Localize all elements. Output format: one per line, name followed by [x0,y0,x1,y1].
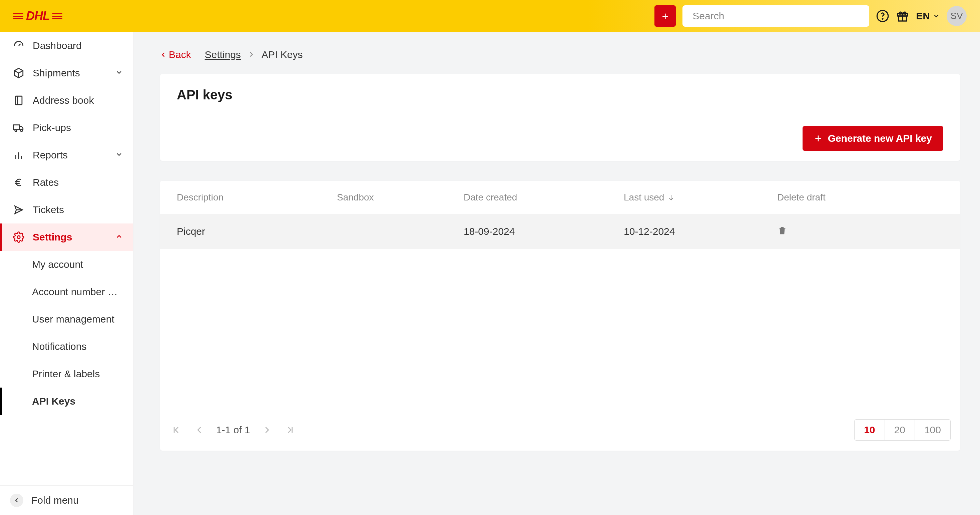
chevron-down-icon [115,149,123,161]
page-last-button[interactable] [283,425,297,435]
page-size-selector: 10 20 100 [854,419,951,440]
avatar[interactable]: SV [947,6,967,26]
cell-last-used: 10-12-2024 [624,226,777,237]
sidebar-item-reports[interactable]: Reports [0,141,133,169]
page-next-button[interactable] [260,425,274,435]
sidebar-item-label: API Keys [32,396,75,407]
chevron-left-icon [195,425,204,435]
cell-date-created: 18-09-2024 [464,226,624,237]
language-label: EN [916,10,930,22]
first-page-icon [172,425,181,435]
sidebar-item-settings[interactable]: Settings [0,224,133,251]
sidebar-item-label: Dashboard [33,40,123,51]
svg-point-15 [18,236,20,239]
pagination: 1-1 of 1 10 20 100 [160,409,960,451]
box-icon [13,67,25,79]
sidebar-item-shipments[interactable]: Shipments [0,59,133,87]
sidebar-item-label: Settings [33,232,107,243]
trash-icon [777,226,787,235]
sidebar-item-address-book[interactable]: Address book [0,87,133,114]
pagination-info: 1-1 of 1 [216,424,250,436]
sidebar-item-label: Address book [33,95,123,106]
avatar-initials: SV [950,11,963,21]
sidebar-subitem-user-management[interactable]: User management [0,305,133,333]
table-header: Description Sandbox Date created Last us… [160,181,960,214]
search-input[interactable] [682,5,869,27]
sidebar-item-rates[interactable]: Rates [0,169,133,196]
new-button[interactable]: + [654,5,676,27]
sidebar-subitem-my-account[interactable]: My account [0,251,133,278]
sidebar-subitem-printer-labels[interactable]: Printer & labels [0,360,133,388]
sidebar-item-pickups[interactable]: Pick-ups [0,114,133,141]
api-keys-card: API keys Generate new API key [160,74,960,161]
page-size-10[interactable]: 10 [854,419,885,440]
logo-lines-right-icon [52,13,62,19]
sidebar-item-label: Shipments [33,67,107,79]
sidebar-item-dashboard[interactable]: Dashboard [0,32,133,59]
fold-menu-label: Fold menu [31,495,79,506]
gift-icon[interactable] [896,10,909,23]
chevron-right-icon [248,49,255,60]
gauge-icon [13,40,25,51]
sidebar-subitem-api-keys[interactable]: API Keys [0,388,133,415]
logo-lines-left-icon [13,13,23,19]
page-size-100[interactable]: 100 [915,419,951,440]
main-content: Back Settings API Keys API keys Generate… [134,32,980,515]
breadcrumb-divider [198,49,198,61]
col-sandbox[interactable]: Sandbox [337,192,464,203]
sidebar-subitem-account-number[interactable]: Account number … [0,278,133,305]
cell-description: Picqer [177,226,337,237]
gear-icon [13,232,25,243]
chevron-down-icon [932,12,940,20]
svg-rect-4 [15,96,22,105]
sidebar-item-label: Account number … [32,286,118,297]
chevron-left-icon [10,494,23,507]
sidebar: Dashboard Shipments Address book [0,32,134,515]
sidebar-item-label: Rates [33,177,123,188]
sidebar-item-label: My account [32,259,83,270]
col-date-created[interactable]: Date created [464,192,624,203]
col-last-used[interactable]: Last used [624,192,777,203]
sidebar-item-label: User management [32,313,115,325]
chart-icon [13,149,25,161]
sidebar-item-label: Tickets [33,204,123,216]
col-description[interactable]: Description [177,192,337,203]
sidebar-item-tickets[interactable]: Tickets [0,196,133,224]
fold-menu-button[interactable]: Fold menu [0,485,133,515]
breadcrumb-settings-link[interactable]: Settings [205,49,241,60]
page-size-20[interactable]: 20 [885,419,915,440]
col-delete-draft: Delete draft [777,192,943,203]
col-last-used-label: Last used [624,192,664,203]
plus-icon [814,134,822,143]
breadcrumb: Back Settings API Keys [160,49,960,61]
sidebar-item-label: Pick-ups [33,122,123,134]
svg-point-8 [21,130,23,132]
sidebar-item-label: Printer & labels [32,368,100,380]
breadcrumb-current: API Keys [261,49,302,60]
app-header: DHL + EN SV [0,0,980,32]
svg-point-1 [882,18,883,19]
language-selector[interactable]: EN [916,10,940,22]
page-prev-button[interactable] [193,425,206,435]
breadcrumb-back[interactable]: Back [160,49,191,60]
delete-button[interactable] [777,226,943,238]
api-keys-table: Description Sandbox Date created Last us… [160,181,960,451]
sidebar-subitem-notifications[interactable]: Notifications [0,333,133,360]
breadcrumb-back-label: Back [169,49,191,60]
chevron-up-icon [115,232,123,243]
generate-button-label: Generate new API key [828,133,932,144]
generate-api-key-button[interactable]: Generate new API key [803,126,943,151]
ticket-icon [13,204,25,216]
svg-rect-6 [13,125,19,130]
last-page-icon [286,425,295,435]
truck-icon [13,122,25,134]
page-first-button[interactable] [169,425,183,435]
chevron-down-icon [115,67,123,79]
dhl-logo[interactable]: DHL [13,9,62,23]
logo-text: DHL [26,9,50,23]
sidebar-item-label: Notifications [32,341,86,352]
sort-desc-icon [667,194,675,201]
table-row[interactable]: Picqer 18-09-2024 10-12-2024 [160,214,960,249]
help-icon[interactable] [876,10,889,23]
plus-icon: + [662,10,668,23]
